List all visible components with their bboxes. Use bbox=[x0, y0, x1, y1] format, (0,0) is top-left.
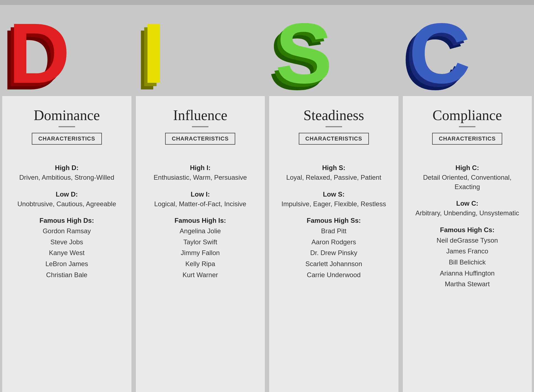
famous-person: Dr. Drew Pinsky bbox=[277, 247, 390, 258]
famous-label-compliance: Famous High Cs: bbox=[411, 226, 524, 234]
low-label-dominance: Low D: bbox=[10, 190, 123, 198]
high-desc-influence: Enthusiastic, Warm, Persuasive bbox=[144, 173, 257, 182]
high-desc-steadiness: Loyal, Relaxed, Passive, Patient bbox=[277, 173, 390, 182]
letter-i-cell: I bbox=[134, 5, 267, 96]
card-title-steadiness: Steadiness bbox=[277, 107, 390, 123]
top-bar bbox=[0, 0, 534, 5]
famous-list-influence: Angelina JolieTaylor SwiftJimmy FallonKe… bbox=[144, 226, 257, 280]
characteristics-btn-influence[interactable]: CHARACTERISTICS bbox=[165, 133, 235, 145]
famous-person: Neil deGrasse Tyson bbox=[411, 235, 524, 246]
characteristics-btn-dominance[interactable]: CHARACTERISTICS bbox=[32, 133, 102, 145]
famous-person: Angelina Jolie bbox=[144, 226, 257, 237]
letters-row: D I S C bbox=[0, 5, 534, 96]
letter-c-cell: C bbox=[401, 5, 534, 96]
card-title-dominance: Dominance bbox=[10, 107, 123, 123]
famous-person: Brad Pitt bbox=[277, 226, 390, 237]
characteristics-btn-steadiness[interactable]: CHARACTERISTICS bbox=[299, 133, 369, 145]
card-title-influence: Influence bbox=[144, 107, 257, 123]
card-title-compliance: Compliance bbox=[411, 107, 524, 123]
famous-person: Kurt Warner bbox=[144, 269, 257, 280]
famous-person: Scarlett Johannson bbox=[277, 258, 390, 269]
famous-person: Gordon Ramsay bbox=[10, 226, 123, 237]
card-influence: Influence CHARACTERISTICS High I: Enthus… bbox=[136, 96, 265, 392]
divider-dominance bbox=[59, 126, 75, 127]
famous-person: Arianna Huffington bbox=[411, 268, 524, 279]
high-label-dominance: High D: bbox=[10, 164, 123, 172]
letter-d-cell: D bbox=[0, 5, 134, 96]
famous-person: Carrie Underwood bbox=[277, 269, 390, 280]
card-compliance: Compliance CHARACTERISTICS High C: Detai… bbox=[403, 96, 532, 392]
famous-person: Christian Bale bbox=[10, 269, 123, 280]
low-desc-compliance: Arbitrary, Unbending, Unsystematic bbox=[411, 208, 524, 218]
famous-person: Martha Stewart bbox=[411, 279, 524, 290]
famous-list-dominance: Gordon RamsaySteve JobsKanye WestLeBron … bbox=[10, 226, 123, 280]
letter-i: I bbox=[142, 10, 163, 96]
low-label-compliance: Low C: bbox=[411, 200, 524, 207]
famous-person: Bill Belichick bbox=[411, 257, 524, 268]
card-steadiness: Steadiness CHARACTERISTICS High S: Loyal… bbox=[269, 96, 398, 392]
letter-s-cell: S bbox=[267, 5, 401, 96]
high-label-steadiness: High S: bbox=[277, 164, 390, 172]
famous-list-compliance: Neil deGrasse TysonJames FrancoBill Beli… bbox=[411, 235, 524, 290]
letter-d: D bbox=[8, 10, 67, 96]
high-label-compliance: High C: bbox=[411, 164, 524, 172]
high-desc-dominance: Driven, Ambitious, Strong-Willed bbox=[10, 173, 123, 182]
low-label-steadiness: Low S: bbox=[277, 190, 390, 198]
card-dominance: Dominance CHARACTERISTICS High D: Driven… bbox=[2, 96, 131, 392]
divider-influence bbox=[192, 126, 208, 127]
characteristics-btn-compliance[interactable]: CHARACTERISTICS bbox=[432, 133, 502, 145]
famous-person: Taylor Swift bbox=[144, 237, 257, 248]
famous-person: Kanye West bbox=[10, 247, 123, 258]
low-desc-influence: Logical, Matter-of-Fact, Incisive bbox=[144, 199, 257, 209]
famous-person: Steve Jobs bbox=[10, 237, 123, 248]
famous-person: Aaron Rodgers bbox=[277, 237, 390, 248]
high-label-influence: High I: bbox=[144, 164, 257, 172]
low-label-influence: Low I: bbox=[144, 190, 257, 198]
famous-person: Jimmy Fallon bbox=[144, 247, 257, 258]
famous-label-steadiness: Famous High Ss: bbox=[277, 217, 390, 224]
letter-c: C bbox=[409, 10, 468, 96]
low-desc-dominance: Unobtrusive, Cautious, Agreeable bbox=[10, 199, 123, 209]
divider-steadiness bbox=[326, 126, 342, 127]
famous-label-dominance: Famous High Ds: bbox=[10, 217, 123, 224]
low-desc-steadiness: Impulsive, Eager, Flexible, Restless bbox=[277, 199, 390, 209]
famous-person: Kelly Ripa bbox=[144, 258, 257, 269]
cards-row: Dominance CHARACTERISTICS High D: Driven… bbox=[0, 96, 534, 392]
famous-label-influence: Famous High Is: bbox=[144, 217, 257, 224]
famous-person: LeBron James bbox=[10, 258, 123, 269]
famous-list-steadiness: Brad PittAaron RodgersDr. Drew PinskySca… bbox=[277, 226, 390, 280]
letter-s: S bbox=[275, 10, 330, 96]
famous-person: James Franco bbox=[411, 246, 524, 257]
high-desc-compliance: Detail Oriented, Conventional, Exacting bbox=[411, 173, 524, 191]
divider-compliance bbox=[459, 126, 475, 127]
